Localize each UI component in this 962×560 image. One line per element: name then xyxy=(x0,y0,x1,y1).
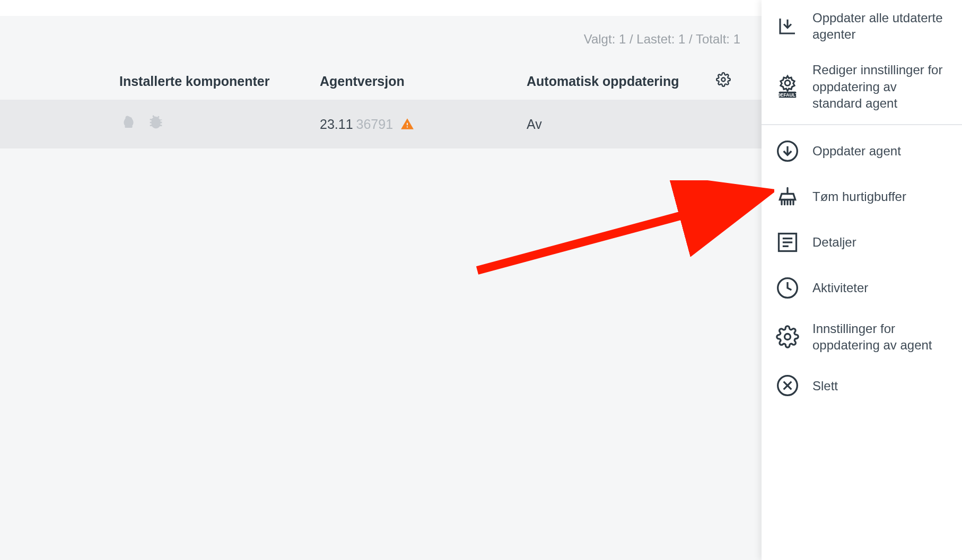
action-sidebar: Oppdater alle utdaterte agenter DEFAULT … xyxy=(762,0,962,560)
autoupdate-value: Av xyxy=(527,117,710,132)
table-row[interactable]: 23.11 36791 Av xyxy=(0,100,762,148)
version-build: 36791 xyxy=(356,117,393,132)
sidebar-item-activities[interactable]: Aktiviteter xyxy=(762,265,962,311)
sidebar-item-label: Slett xyxy=(812,378,838,394)
column-header-autoupdate[interactable]: Automatisk oppdatering xyxy=(527,74,710,89)
sidebar-item-label: Oppdater agent xyxy=(812,143,901,159)
sidebar-item-update-agent[interactable]: Oppdater agent xyxy=(762,128,962,174)
sidebar-item-label: Innstillinger for oppdatering av agent xyxy=(812,320,949,353)
gear-icon xyxy=(774,323,801,350)
sidebar-item-delete[interactable]: Slett xyxy=(762,363,962,408)
warning-icon xyxy=(400,117,414,131)
bug-icon xyxy=(147,113,165,135)
sidebar-item-agent-update-settings[interactable]: Innstillinger for oppdatering av agent xyxy=(762,311,962,363)
clock-icon xyxy=(774,275,801,301)
table-header: Installerte komponenter Agentversjon Aut… xyxy=(0,63,762,100)
sidebar-item-label: Aktiviteter xyxy=(812,279,868,296)
broom-icon xyxy=(774,183,801,210)
details-icon xyxy=(774,229,801,256)
sidebar-item-edit-default[interactable]: DEFAULT Rediger innstillinger for oppdat… xyxy=(762,52,962,121)
download-box-icon xyxy=(774,13,801,39)
main-panel: Valgt: 1 / Lastet: 1 / Totalt: 1 Install… xyxy=(0,0,762,560)
sidebar-item-clear-cache[interactable]: Tøm hurtigbuffer xyxy=(762,174,962,220)
column-header-components[interactable]: Installerte komponenter xyxy=(119,74,320,89)
status-summary: Valgt: 1 / Lastet: 1 / Totalt: 1 xyxy=(0,16,762,63)
svg-point-10 xyxy=(785,334,791,340)
sidebar-item-update-all[interactable]: Oppdater alle utdaterte agenter xyxy=(762,0,962,52)
sidebar-item-details[interactable]: Detaljer xyxy=(762,220,962,265)
gear-icon[interactable] xyxy=(716,72,731,90)
version-number: 23.11 xyxy=(320,117,353,132)
svg-text:DEFAULT: DEFAULT xyxy=(777,92,798,98)
gear-default-icon: DEFAULT xyxy=(774,73,801,100)
sidebar-item-label: Detaljer xyxy=(812,234,856,250)
sidebar-item-label: Oppdater alle utdaterte agenter xyxy=(812,10,949,42)
svg-point-0 xyxy=(722,78,725,82)
linux-icon xyxy=(119,113,135,135)
sidebar-item-label: Rediger innstillinger for oppdatering av… xyxy=(812,62,949,111)
sidebar-item-label: Tøm hurtigbuffer xyxy=(812,188,906,205)
column-header-version[interactable]: Agentversjon xyxy=(320,74,527,89)
download-circle-icon xyxy=(774,138,801,164)
delete-circle-icon xyxy=(774,372,801,399)
svg-point-1 xyxy=(785,81,790,86)
